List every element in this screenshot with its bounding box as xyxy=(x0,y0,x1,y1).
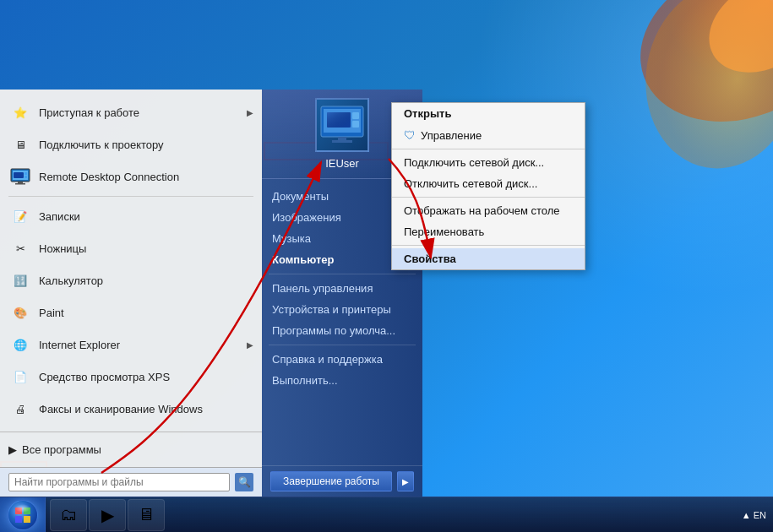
shutdown-bar: Завершение работы ▶ xyxy=(262,465,422,497)
svg-rect-15 xyxy=(332,140,352,143)
menu-item-xps[interactable]: 📄 Средство просмотра XPS xyxy=(0,361,262,393)
svg-rect-22 xyxy=(15,516,22,523)
ie-label: Internet Explorer xyxy=(39,339,240,351)
menu-item-fax[interactable]: 🖨 Факсы и сканирование Windows xyxy=(0,393,262,425)
search-button[interactable]: 🔍 xyxy=(235,473,253,491)
taskbar-notification-area: ▲ EN xyxy=(742,510,773,520)
taskbar-media-player[interactable]: ▶ xyxy=(89,499,126,531)
right-separator-1 xyxy=(269,274,416,274)
context-separator-1 xyxy=(392,149,585,149)
start-menu: ⭐ Приступая к работе ▶ 🖥 Подключить к пр… xyxy=(0,90,422,497)
right-item-devices[interactable]: Устройства и принтеры xyxy=(262,299,422,320)
svg-rect-5 xyxy=(18,182,23,183)
all-programs[interactable]: ▶ Все программы xyxy=(0,439,262,460)
start-menu-left-panel: ⭐ Приступая к работе ▶ 🖥 Подключить к пр… xyxy=(0,90,262,497)
paint-icon: 🎨 xyxy=(8,301,32,324)
context-menu: Открыть 🛡 Управление Подключить сетевой … xyxy=(391,102,585,270)
svg-rect-6 xyxy=(15,183,25,185)
user-avatar xyxy=(315,98,369,152)
explorer-icon: 🗂 xyxy=(60,505,77,524)
all-programs-label: Все программы xyxy=(22,443,101,456)
svg-rect-23 xyxy=(24,516,30,523)
right-item-control-panel[interactable]: Панель управления xyxy=(262,278,422,299)
menu-separator-1 xyxy=(8,196,253,197)
getting-started-label: Приступая к работе xyxy=(39,106,240,119)
svg-rect-21 xyxy=(24,508,30,514)
xps-icon: 📄 xyxy=(8,365,32,388)
start-button[interactable] xyxy=(0,497,46,533)
ie-icon: 🌐 xyxy=(8,333,32,356)
svg-rect-17 xyxy=(352,121,359,128)
context-item-disconnect-drive[interactable]: Отключить сетевой диск... xyxy=(392,173,585,194)
right-item-help[interactable]: Справка и поддержка xyxy=(262,349,422,370)
arrow-icon: ▶ xyxy=(247,108,253,117)
projector-icon: 🖥 xyxy=(8,133,32,156)
all-programs-arrow: ▶ xyxy=(8,443,17,456)
calculator-label: Калькулятор xyxy=(39,274,253,287)
ie-arrow-icon: ▶ xyxy=(247,340,253,350)
menu-item-ie[interactable]: 🌐 Internet Explorer ▶ xyxy=(0,328,262,361)
rdp-label: Remote Desktop Connection xyxy=(39,171,253,183)
shield-icon: 🛡 xyxy=(404,128,416,142)
svg-rect-14 xyxy=(338,137,346,140)
search-input[interactable] xyxy=(8,473,230,491)
context-item-show-desktop[interactable]: Отображать на рабочем столе xyxy=(392,200,585,221)
menu-item-getting-started[interactable]: ⭐ Приступая к работе ▶ xyxy=(0,96,262,128)
rdp-taskbar-icon: 🖥 xyxy=(138,505,155,524)
getting-started-icon: ⭐ xyxy=(8,100,32,124)
media-player-icon: ▶ xyxy=(101,505,114,525)
svg-rect-13 xyxy=(327,112,351,128)
menu-item-calculator[interactable]: 🔢 Калькулятор xyxy=(0,264,262,296)
svg-rect-9 xyxy=(24,176,27,178)
right-item-run[interactable]: Выполнить... xyxy=(262,370,422,391)
xps-label: Средство просмотра XPS xyxy=(39,371,253,383)
scissors-icon: ✂ xyxy=(8,236,32,260)
shutdown-arrow-button[interactable]: ▶ xyxy=(397,471,414,491)
svg-rect-7 xyxy=(14,172,24,178)
right-item-default-programs[interactable]: Программы по умолча... xyxy=(262,320,422,341)
notes-icon: 📝 xyxy=(8,204,32,228)
taskbar-rdp[interactable]: 🖥 xyxy=(128,499,165,531)
scissors-label: Ножницы xyxy=(39,242,253,255)
username: IEUser xyxy=(325,157,359,170)
context-item-properties[interactable]: Свойства xyxy=(392,248,585,269)
calculator-icon: 🔢 xyxy=(8,269,32,292)
paint-label: Paint xyxy=(39,307,253,319)
menu-item-notes[interactable]: 📝 Записки xyxy=(0,200,262,232)
fax-icon: 🖨 xyxy=(8,397,32,421)
context-separator-3 xyxy=(392,245,585,246)
right-separator-2 xyxy=(269,345,416,345)
projector-label: Подключить к проектору xyxy=(39,138,253,151)
start-orb xyxy=(8,500,38,530)
context-item-manage[interactable]: 🛡 Управление xyxy=(392,124,585,146)
fax-label: Факсы и сканирование Windows xyxy=(39,403,253,415)
context-separator-2 xyxy=(392,197,585,198)
desktop: ⭐ Приступая к работе ▶ 🖥 Подключить к пр… xyxy=(0,0,773,532)
start-menu-bottom: ▶ Все программы xyxy=(0,432,262,467)
svg-rect-8 xyxy=(24,172,27,175)
system-tray: ▲ EN xyxy=(742,510,766,520)
context-item-rename[interactable]: Переименовать xyxy=(392,221,585,242)
notes-label: Записки xyxy=(39,210,253,223)
menu-item-rdp[interactable]: Remote Desktop Connection xyxy=(0,160,262,193)
menu-item-paint[interactable]: 🎨 Paint xyxy=(0,296,262,328)
taskbar-explorer[interactable]: 🗂 xyxy=(50,499,87,531)
svg-rect-16 xyxy=(352,112,359,119)
start-menu-programs-list: ⭐ Приступая к работе ▶ 🖥 Подключить к пр… xyxy=(0,90,262,432)
taskbar-pinned-items: 🗂 ▶ 🖥 xyxy=(46,497,169,532)
menu-item-projector[interactable]: 🖥 Подключить к проектору xyxy=(0,128,262,160)
shutdown-button[interactable]: Завершение работы xyxy=(270,471,392,491)
search-bar: 🔍 xyxy=(0,467,262,497)
taskbar: 🗂 ▶ 🖥 ▲ EN xyxy=(0,497,773,532)
rdp-icon xyxy=(8,165,32,188)
context-item-open[interactable]: Открыть xyxy=(392,103,585,124)
menu-item-scissors[interactable]: ✂ Ножницы xyxy=(0,232,262,264)
context-item-map-drive[interactable]: Подключить сетевой диск... xyxy=(392,152,585,173)
svg-rect-20 xyxy=(15,508,22,514)
